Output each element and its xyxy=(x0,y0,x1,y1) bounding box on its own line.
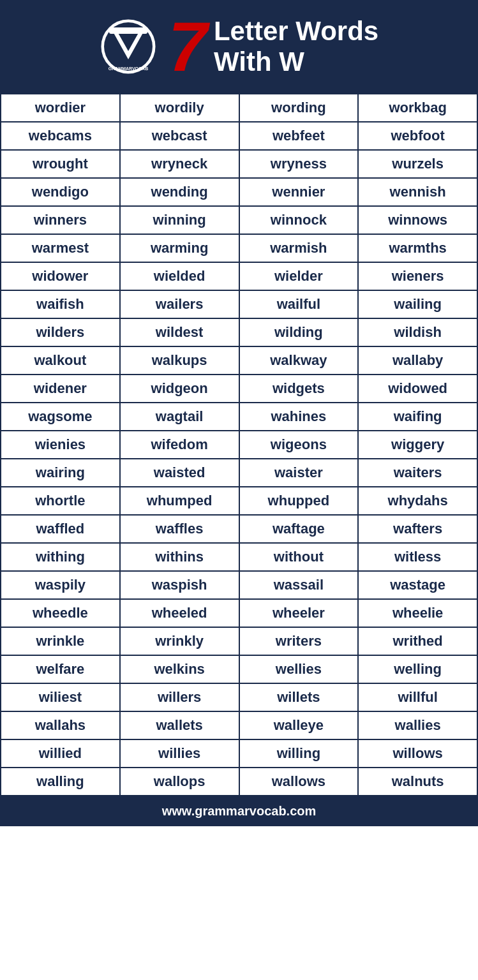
word-cell: webcams xyxy=(1,122,120,150)
table-row: widenerwidgeonwidgetswidowed xyxy=(1,375,477,403)
word-cell: walkups xyxy=(120,346,239,375)
word-cell: wallets xyxy=(120,711,239,739)
word-cell: wildest xyxy=(120,318,239,346)
word-cell: webfeet xyxy=(239,122,359,150)
table-row: wienieswifedomwigeonswiggery xyxy=(1,431,477,459)
word-cell: wheeler xyxy=(239,599,359,627)
word-cell: winning xyxy=(120,206,239,234)
word-cell: wryneck xyxy=(120,150,239,178)
table-row: wroughtwryneckwrynesswurzels xyxy=(1,150,477,178)
table-row: williedwillieswillingwillows xyxy=(1,739,477,768)
word-cell: waiters xyxy=(358,459,477,487)
word-cell: waftage xyxy=(239,515,359,543)
word-cell: willets xyxy=(239,683,359,711)
word-cell: wennier xyxy=(239,178,359,206)
word-cell: webfoot xyxy=(358,122,477,150)
word-cell: wallows xyxy=(239,768,359,796)
word-cell: willows xyxy=(358,739,477,768)
word-cell: wellies xyxy=(239,655,359,683)
word-cell: widowed xyxy=(358,375,477,403)
word-cell: whupped xyxy=(239,487,359,515)
word-cell: wryness xyxy=(239,150,359,178)
footer-url: www.grammarvocab.com xyxy=(162,804,317,818)
table-row: wrinklewrinklywriterswrithed xyxy=(1,627,477,655)
word-cell: wallahs xyxy=(1,711,120,739)
word-cell: wallaby xyxy=(358,346,477,375)
word-table: wordierwordilywordingworkbagwebcamswebca… xyxy=(0,93,478,796)
word-cell: wailing xyxy=(358,290,477,318)
word-cell: wordier xyxy=(1,94,120,122)
table-row: welfarewelkinswellieswelling xyxy=(1,655,477,683)
word-cell: waffled xyxy=(1,515,120,543)
table-row: wendigowendingwennierwennish xyxy=(1,178,477,206)
word-cell: whortle xyxy=(1,487,120,515)
table-row: wheedlewheeledwheelerwheelie xyxy=(1,599,477,627)
word-cell: widgets xyxy=(239,375,359,403)
word-cell: wallops xyxy=(120,768,239,796)
word-cell: wagtail xyxy=(120,403,239,431)
word-cell: wheeled xyxy=(120,599,239,627)
word-cell: winnows xyxy=(358,206,477,234)
word-cell: waspish xyxy=(120,571,239,599)
word-cell: welfare xyxy=(1,655,120,683)
word-cell: warming xyxy=(120,234,239,262)
word-cell: webcast xyxy=(120,122,239,150)
word-cell: wordily xyxy=(120,94,239,122)
word-cell: wrinkly xyxy=(120,627,239,655)
word-cell: wielded xyxy=(120,262,239,290)
word-cell: wienies xyxy=(1,431,120,459)
page-header: GRAMMARVOCAB 7 Letter Words With W xyxy=(0,0,478,93)
word-cell: walnuts xyxy=(358,768,477,796)
word-cell: wallies xyxy=(358,711,477,739)
word-cell: wording xyxy=(239,94,359,122)
word-cell: whydahs xyxy=(358,487,477,515)
word-cell: wilding xyxy=(239,318,359,346)
table-row: withingwithinswithoutwitless xyxy=(1,543,477,571)
word-cell: wrought xyxy=(1,150,120,178)
word-cell: witless xyxy=(358,543,477,571)
word-cell: winners xyxy=(1,206,120,234)
word-cell: withins xyxy=(120,543,239,571)
word-cell: willies xyxy=(120,739,239,768)
table-row: wilderswildestwildingwildish xyxy=(1,318,477,346)
svg-rect-4 xyxy=(109,27,147,34)
word-cell: wailful xyxy=(239,290,359,318)
word-cell: walkway xyxy=(239,346,359,375)
word-cell: waister xyxy=(239,459,359,487)
word-cell: wiggery xyxy=(358,431,477,459)
word-cell: wildish xyxy=(358,318,477,346)
table-row: winnerswinningwinnockwinnows xyxy=(1,206,477,234)
word-cell: wrinkle xyxy=(1,627,120,655)
word-cell: wheedle xyxy=(1,599,120,627)
word-cell: waifish xyxy=(1,290,120,318)
table-row: webcamswebcastwebfeetwebfoot xyxy=(1,122,477,150)
table-row: whortlewhumpedwhuppedwhydahs xyxy=(1,487,477,515)
table-row: warmestwarmingwarmishwarmths xyxy=(1,234,477,262)
word-cell: willful xyxy=(358,683,477,711)
word-cell: wending xyxy=(120,178,239,206)
word-cell: wilders xyxy=(1,318,120,346)
word-cell: warmths xyxy=(358,234,477,262)
word-cell: winnock xyxy=(239,206,359,234)
word-cell: willing xyxy=(239,739,359,768)
word-cell: writers xyxy=(239,627,359,655)
word-cell: wailers xyxy=(120,290,239,318)
word-cell: wieners xyxy=(358,262,477,290)
word-cell: wahines xyxy=(239,403,359,431)
table-row: waffledwaffleswaftagewafters xyxy=(1,515,477,543)
word-cell: wheelie xyxy=(358,599,477,627)
word-cell: waspily xyxy=(1,571,120,599)
word-cell: waffles xyxy=(120,515,239,543)
word-cell: wafters xyxy=(358,515,477,543)
word-cell: walleye xyxy=(239,711,359,739)
table-row: waspilywaspishwassailwastage xyxy=(1,571,477,599)
word-cell: warmish xyxy=(239,234,359,262)
word-cell: wielder xyxy=(239,262,359,290)
word-cell: waisted xyxy=(120,459,239,487)
page-footer: www.grammarvocab.com xyxy=(0,796,478,826)
svg-text:GRAMMARVOCAB: GRAMMARVOCAB xyxy=(108,66,148,71)
word-cell: writhed xyxy=(358,627,477,655)
word-cell: wassail xyxy=(239,571,359,599)
table-row: wallingwallopswallowswalnuts xyxy=(1,768,477,796)
word-cell: welling xyxy=(358,655,477,683)
